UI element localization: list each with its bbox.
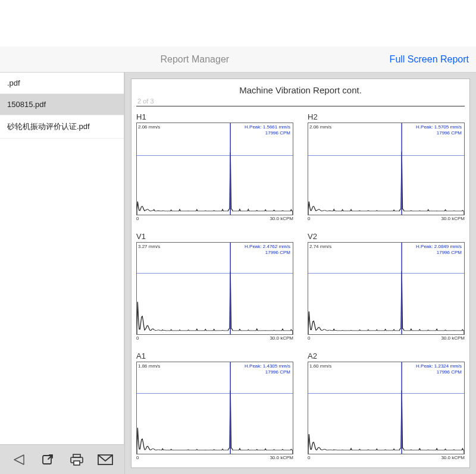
x-max-label: 30.0 kCPM [270, 335, 293, 341]
chart-cell-A2: A21.60 mm/sH.Peak: 1.2324 mm/s17996 CPM0… [308, 351, 465, 460]
page-bar: 2 of 3 [136, 98, 465, 106]
x-max-label: 30.0 kCPM [441, 455, 465, 460]
x-max-label: 30.0 kCPM [270, 455, 293, 460]
file-list: .pdf 150815.pdf 砂轮机振动评价认证.pdf [0, 73, 124, 444]
sidebar-toolbar [0, 444, 124, 474]
back-button[interactable] [10, 451, 28, 468]
file-item[interactable]: 150815.pdf [0, 94, 124, 115]
chart-cell-A1: A11.86 mm/sH.Peak: 1.4305 mm/s17996 CPM0… [136, 351, 293, 460]
chart-cell-H1: H12.06 mm/sH.Peak: 1.5661 mm/s17996 CPM0… [136, 112, 293, 221]
main-content: .pdf 150815.pdf 砂轮机振动评价认证.pdf [0, 73, 476, 474]
page-title: Report Manager [0, 54, 390, 65]
chart-cell-V1: V13.27 mm/sH.Peak: 2.4762 mm/s17996 CPM0… [136, 232, 293, 341]
x-min-label: 0 [136, 335, 139, 341]
chart-title: A1 [136, 351, 293, 360]
chart-plot: 1.86 mm/sH.Peak: 1.4305 mm/s17996 CPM [136, 362, 293, 454]
chart-plot: 2.06 mm/sH.Peak: 1.5661 mm/s17996 CPM [136, 123, 293, 215]
share-icon [40, 453, 55, 466]
spectrum-svg [308, 123, 464, 215]
page-indicator: 2 of 3 [137, 98, 154, 105]
chart-title: V1 [136, 232, 293, 241]
x-axis-labels: 030.0 kCPM [136, 335, 293, 341]
x-min-label: 0 [136, 455, 139, 460]
spectrum-svg [137, 243, 293, 334]
chart-grid: H12.06 mm/sH.Peak: 1.5661 mm/s17996 CPM0… [136, 112, 465, 463]
svg-rect-3 [74, 461, 80, 465]
chart-title: A2 [308, 351, 465, 360]
share-button[interactable] [39, 451, 57, 468]
x-axis-labels: 030.0 kCPM [136, 216, 293, 221]
file-item[interactable]: .pdf [0, 73, 124, 94]
email-icon [97, 454, 114, 466]
spectrum-svg [308, 362, 464, 454]
full-screen-report-link[interactable]: Full Screen Report [390, 54, 476, 65]
x-axis-labels: 030.0 kCPM [308, 455, 465, 460]
report-area[interactable]: Machine Vibration Report cont. 2 of 3 H1… [125, 73, 476, 474]
chart-cell-H2: H22.06 mm/sH.Peak: 1.5705 mm/s17996 CPM0… [308, 112, 465, 221]
chart-plot: 2.74 mm/sH.Peak: 2.0849 mm/s17996 CPM [308, 242, 465, 335]
sidebar: .pdf 150815.pdf 砂轮机振动评价认证.pdf [0, 73, 125, 474]
x-axis-labels: 030.0 kCPM [308, 216, 465, 221]
spectrum-svg [308, 243, 464, 334]
x-axis-labels: 030.0 kCPM [308, 335, 465, 341]
x-max-label: 30.0 kCPM [441, 335, 465, 341]
x-min-label: 0 [308, 335, 310, 341]
email-button[interactable] [96, 451, 114, 468]
back-icon [12, 453, 26, 466]
print-button[interactable] [68, 451, 86, 468]
report-page: Machine Vibration Report cont. 2 of 3 H1… [131, 79, 470, 468]
chart-cell-V2: V22.74 mm/sH.Peak: 2.0849 mm/s17996 CPM0… [308, 232, 465, 341]
x-max-label: 30.0 kCPM [270, 216, 293, 221]
spectrum-svg [137, 123, 293, 215]
chart-plot: 2.06 mm/sH.Peak: 1.5705 mm/s17996 CPM [308, 123, 465, 215]
file-item[interactable]: 砂轮机振动评价认证.pdf [0, 115, 124, 139]
x-min-label: 0 [308, 216, 310, 221]
print-icon [69, 453, 84, 466]
chart-plot: 3.27 mm/sH.Peak: 2.4762 mm/s17996 CPM [136, 242, 293, 335]
report-title: Machine Vibration Report cont. [136, 85, 465, 95]
x-min-label: 0 [136, 216, 139, 221]
chart-title: V2 [308, 232, 465, 241]
spectrum-svg [137, 362, 293, 454]
chart-plot: 1.60 mm/sH.Peak: 1.2324 mm/s17996 CPM [308, 362, 465, 454]
chart-title: H1 [136, 112, 293, 121]
top-bar: Report Manager Full Screen Report [0, 46, 476, 73]
x-min-label: 0 [308, 455, 310, 460]
x-axis-labels: 030.0 kCPM [136, 455, 293, 460]
chart-title: H2 [308, 112, 465, 121]
x-max-label: 30.0 kCPM [441, 216, 465, 221]
